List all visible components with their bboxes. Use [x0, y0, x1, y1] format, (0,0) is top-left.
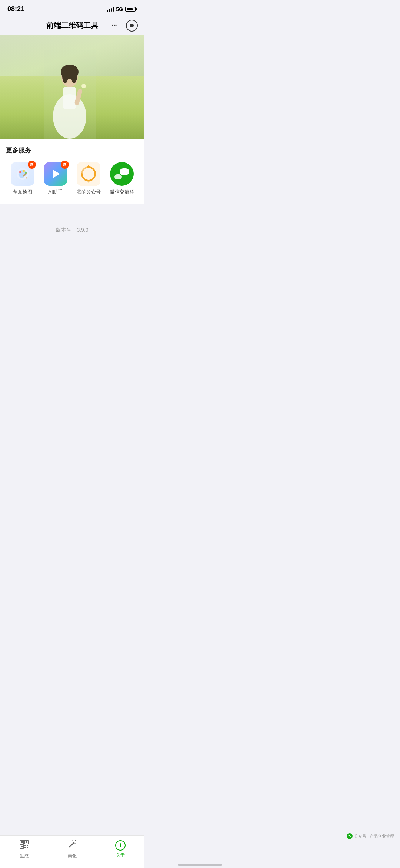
- battery-icon: [125, 7, 137, 12]
- services-grid: 新 创意绘图 新 AI助手: [6, 162, 139, 195]
- nav-bar: 前端二维码工具 ···: [0, 16, 144, 35]
- page-title: 前端二维码工具: [46, 20, 98, 30]
- service-item-wechat[interactable]: 微信交流群: [110, 162, 134, 195]
- svg-point-10: [19, 171, 21, 173]
- status-bar: 08:21 5G: [0, 0, 144, 16]
- nav-actions: ···: [107, 19, 139, 32]
- ellipsis-icon: ···: [111, 21, 117, 30]
- services-title: 更多服务: [6, 146, 139, 155]
- wechat-icon: [110, 162, 134, 186]
- play-triangle-icon: [53, 169, 60, 178]
- ai-label: AI助手: [48, 189, 62, 195]
- new-badge-drawing: 新: [28, 161, 36, 169]
- woman-figure: [44, 50, 96, 139]
- network-label: 5G: [116, 6, 123, 12]
- camera-icon: [126, 20, 138, 32]
- services-section: 更多服务 新: [0, 139, 144, 204]
- status-icons: 5G: [107, 6, 137, 12]
- drawing-label: 创意绘图: [13, 189, 32, 195]
- version-section: 版本号：3.9.0: [0, 204, 144, 241]
- more-menu-button[interactable]: ···: [107, 19, 121, 32]
- wechat-bubbles-icon: [114, 168, 129, 179]
- scan-button[interactable]: [125, 19, 139, 32]
- public-icon-wrap: [77, 162, 100, 186]
- new-badge-ai: 新: [61, 161, 69, 169]
- version-text: 版本号：3.9.0: [56, 227, 88, 233]
- service-item-ai[interactable]: 新 AI助手: [44, 162, 67, 195]
- public-icon: [77, 162, 100, 186]
- ai-icon-wrap: 新: [44, 162, 67, 186]
- svg-rect-8: [44, 50, 96, 139]
- wechat-label: 微信交流群: [110, 189, 134, 195]
- signal-icon: [107, 7, 114, 12]
- hero-banner: [0, 35, 144, 139]
- drawing-icon-wrap: 新: [11, 162, 34, 186]
- status-time: 08:21: [7, 5, 24, 13]
- public-label: 我的公众号: [77, 189, 101, 195]
- service-item-public[interactable]: 我的公众号: [77, 162, 101, 195]
- svg-point-11: [23, 170, 25, 172]
- wechat-icon-wrap: [110, 162, 134, 186]
- service-item-drawing[interactable]: 新 创意绘图: [11, 162, 34, 195]
